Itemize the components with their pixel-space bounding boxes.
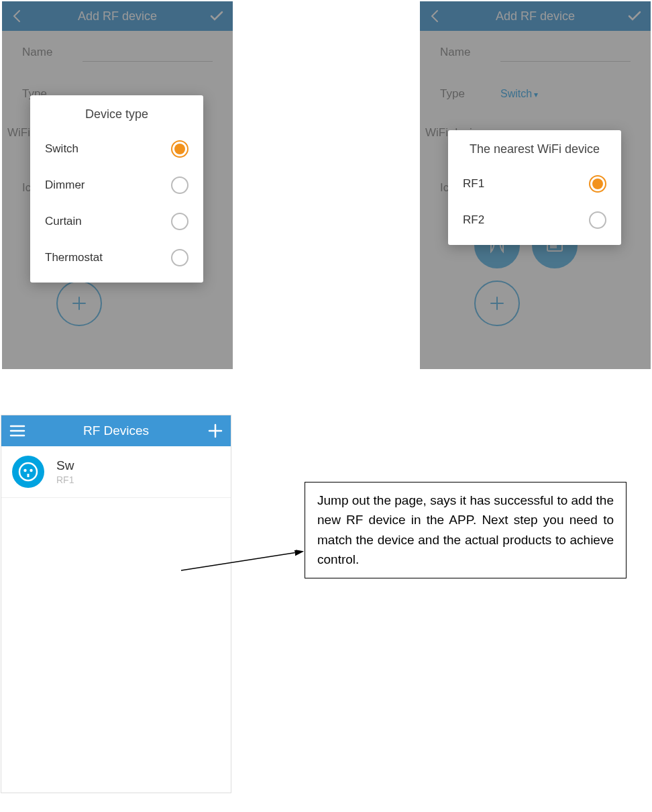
- svg-point-14: [19, 463, 37, 480]
- device-sub: RF1: [56, 474, 74, 485]
- option-thermostat[interactable]: Thermostat: [30, 240, 203, 276]
- svg-line-18: [181, 552, 302, 570]
- option-label: RF1: [463, 177, 484, 191]
- option-label: Switch: [45, 142, 78, 156]
- header-title: RF Devices: [83, 423, 149, 438]
- list-item-texts: Sw RF1: [56, 458, 74, 485]
- option-rf1[interactable]: RF1: [448, 166, 621, 202]
- header-rf-devices: RF Devices: [1, 415, 231, 446]
- name-input[interactable]: [500, 43, 631, 62]
- option-label: RF2: [463, 213, 484, 227]
- menu-icon[interactable]: [9, 424, 25, 438]
- option-curtain[interactable]: Curtain: [30, 203, 203, 240]
- plug-icon: [12, 456, 44, 488]
- radio-icon: [589, 211, 606, 229]
- back-icon[interactable]: [428, 9, 443, 23]
- icon-option-add[interactable]: [474, 281, 520, 326]
- option-label: Curtain: [45, 215, 82, 228]
- name-row: Name: [440, 43, 631, 62]
- header-add-rf: Add RF device: [420, 1, 651, 31]
- modal-title: The nearest WiFi device: [448, 142, 621, 156]
- svg-point-15: [23, 469, 26, 472]
- header-add-rf: Add RF device: [2, 1, 233, 31]
- option-label: Dimmer: [45, 179, 85, 192]
- radio-icon: [171, 176, 188, 194]
- device-name: Sw: [56, 458, 74, 473]
- nearest-wifi-modal: The nearest WiFi device RF1 RF2: [448, 130, 621, 245]
- name-input[interactable]: [83, 43, 213, 62]
- header-title: Add RF device: [496, 9, 575, 23]
- screen-add-device-type-modal: Add RF device Name Type WiFi device Icon: [2, 1, 233, 369]
- option-dimmer[interactable]: Dimmer: [30, 167, 203, 203]
- svg-rect-17: [28, 474, 30, 477]
- arrow-icon: [178, 538, 312, 578]
- confirm-icon[interactable]: [627, 8, 643, 24]
- screen-rf-devices-list: RF Devices Sw RF1: [1, 415, 231, 793]
- radio-icon: [589, 175, 606, 193]
- type-value: Switch: [500, 88, 538, 100]
- back-icon[interactable]: [10, 9, 25, 23]
- name-row: Name: [22, 43, 213, 62]
- confirm-icon[interactable]: [209, 8, 225, 24]
- radio-icon: [171, 249, 188, 266]
- header-title: Add RF device: [78, 9, 157, 23]
- name-label: Name: [22, 46, 83, 59]
- device-type-modal: Device type Switch Dimmer Curtain Thermo…: [30, 95, 203, 283]
- type-row[interactable]: Type Switch: [440, 87, 631, 101]
- device-list-item[interactable]: Sw RF1: [1, 446, 231, 498]
- instruction-callout: Jump out the page, says it has successfu…: [305, 482, 627, 578]
- svg-point-16: [30, 469, 32, 472]
- option-label: Thermostat: [45, 251, 103, 264]
- radio-icon: [171, 213, 188, 230]
- name-label: Name: [440, 46, 500, 59]
- screen-add-wifi-modal: Add RF device Name Type Switch WiFi devi…: [420, 1, 651, 369]
- callout-text: Jump out the page, says it has successfu…: [317, 493, 614, 566]
- modal-title: Device type: [30, 107, 203, 121]
- option-rf2[interactable]: RF2: [448, 202, 621, 238]
- option-switch[interactable]: Switch: [30, 131, 203, 167]
- add-icon[interactable]: [208, 423, 223, 438]
- icon-option-add[interactable]: [56, 281, 102, 326]
- radio-icon: [171, 140, 188, 158]
- type-label: Type: [440, 87, 500, 101]
